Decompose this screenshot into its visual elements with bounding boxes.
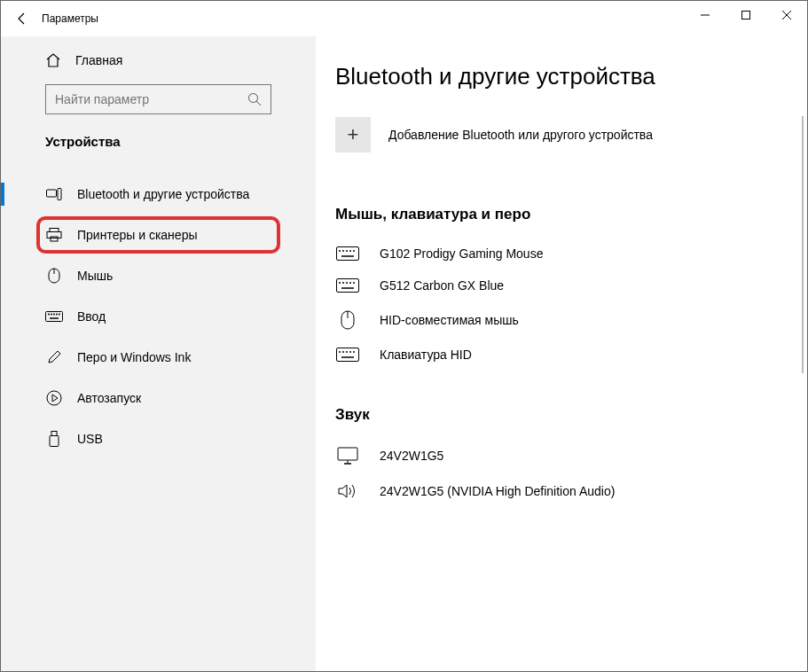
maximize-button[interactable] <box>726 1 766 29</box>
svg-rect-46 <box>338 448 357 460</box>
device-row[interactable]: G512 Carbon GX Blue <box>335 270 781 301</box>
device-label: 24V2W1G5 <box>380 449 443 463</box>
nav-label: USB <box>77 432 103 446</box>
speaker-icon <box>335 482 360 500</box>
keyboard-icon <box>335 246 360 261</box>
nav-label: Автозапуск <box>77 391 141 405</box>
page-heading: Bluetooth и другие устройства <box>335 63 781 90</box>
usb-icon <box>45 431 63 447</box>
titlebar: Параметры <box>1 1 807 36</box>
minimize-button[interactable] <box>685 1 726 29</box>
device-row[interactable]: G102 Prodigy Gaming Mouse <box>335 238 781 270</box>
svg-rect-7 <box>58 189 61 200</box>
back-button[interactable] <box>10 6 35 31</box>
device-row[interactable]: 24V2W1G5 (NVIDIA High Definition Audio) <box>335 473 781 509</box>
mouse-icon <box>45 268 63 284</box>
svg-point-20 <box>47 391 61 405</box>
device-group-input: Мышь, клавиатура и перо G102 Prodigy Gam… <box>335 206 781 371</box>
window-title: Параметры <box>42 12 98 25</box>
svg-rect-23 <box>337 247 359 261</box>
device-row[interactable]: 24V2W1G5 <box>335 438 781 473</box>
svg-rect-1 <box>742 12 750 20</box>
body: Главная Устройства Bluetooth и другие ус… <box>1 36 807 671</box>
keyboard-icon <box>335 348 360 362</box>
nav-label: Мышь <box>77 269 113 283</box>
nav-item-mouse[interactable]: Мышь <box>1 255 316 296</box>
device-group-audio: Звук 24V2W1G5 24V2W1G5 (NVIDIA High Defi… <box>335 406 781 509</box>
add-device-button[interactable]: + <box>335 117 371 152</box>
plus-icon: + <box>348 123 359 146</box>
device-label: 24V2W1G5 (NVIDIA High Definition Audio) <box>380 484 615 498</box>
window-controls <box>685 1 807 29</box>
nav-item-usb[interactable]: USB <box>1 418 316 459</box>
section-title: Устройства <box>1 134 316 158</box>
monitor-icon <box>335 447 360 465</box>
search-input[interactable] <box>55 92 247 106</box>
svg-rect-6 <box>47 190 57 197</box>
keyboard-icon <box>45 311 63 322</box>
keyboard-icon <box>335 278 360 293</box>
group-title: Мышь, клавиатура и перо <box>335 206 781 223</box>
device-row[interactable]: HID-совместимая мышь <box>335 301 781 339</box>
mouse-icon <box>335 310 360 330</box>
svg-rect-21 <box>51 432 57 436</box>
svg-rect-10 <box>51 237 58 241</box>
device-label: Клавиатура HID <box>380 348 472 362</box>
group-title: Звук <box>335 406 781 424</box>
nav-label: Перо и Windows Ink <box>77 350 191 364</box>
nav-item-pen[interactable]: Перо и Windows Ink <box>1 337 316 378</box>
add-device-row[interactable]: + Добавление Bluetooth или другого устро… <box>335 117 781 152</box>
settings-window: Параметры Главная Устройства <box>0 0 808 672</box>
device-label: G102 Prodigy Gaming Mouse <box>380 246 543 261</box>
svg-rect-30 <box>337 279 359 293</box>
nav-label: Bluetooth и другие устройства <box>77 187 249 201</box>
search-icon <box>247 92 262 106</box>
search-box[interactable] <box>45 84 271 114</box>
nav-item-bluetooth[interactable]: Bluetooth и другие устройства <box>1 174 316 215</box>
home-label: Главная <box>75 53 122 67</box>
scrollbar[interactable] <box>802 116 804 373</box>
nav-item-input[interactable]: Ввод <box>1 296 316 337</box>
autoplay-icon <box>45 390 63 406</box>
svg-rect-22 <box>50 436 59 447</box>
svg-rect-8 <box>50 229 59 232</box>
sidebar: Главная Устройства Bluetooth и другие ус… <box>1 36 316 671</box>
home-icon <box>45 52 61 68</box>
pen-icon <box>45 350 63 364</box>
printer-icon <box>45 228 63 242</box>
nav-label: Принтеры и сканеры <box>77 228 197 242</box>
nav-item-autoplay[interactable]: Автозапуск <box>1 378 316 418</box>
nav: Bluetooth и другие устройства Принтеры и… <box>1 174 316 459</box>
nav-item-printers[interactable]: Принтеры и сканеры <box>36 216 280 254</box>
content-area: Bluetooth и другие устройства + Добавлен… <box>316 36 807 671</box>
devices-icon <box>45 188 63 200</box>
nav-label: Ввод <box>77 309 106 324</box>
svg-line-5 <box>256 101 261 105</box>
device-label: HID-совместимая мышь <box>380 313 519 327</box>
sidebar-home[interactable]: Главная <box>1 52 316 84</box>
svg-rect-13 <box>46 312 63 322</box>
add-device-label: Добавление Bluetooth или другого устройс… <box>388 128 653 142</box>
device-row[interactable]: Клавиатура HID <box>335 339 781 371</box>
svg-rect-39 <box>337 348 359 362</box>
close-button[interactable] <box>766 1 807 29</box>
device-label: G512 Carbon GX Blue <box>380 278 504 293</box>
